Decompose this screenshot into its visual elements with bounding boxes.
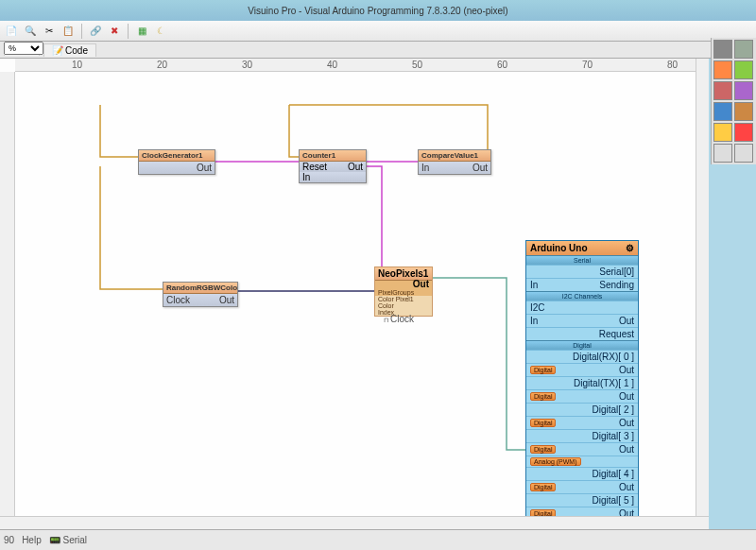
palette-item[interactable]	[713, 144, 732, 163]
row-d0[interactable]: DigitalOut	[526, 363, 638, 376]
node-header: RandomRGBWColor1	[163, 283, 237, 294]
status-coord: 90	[4, 535, 14, 545]
row-digital-rx[interactable]: Digital(RX)[ 0 ]	[526, 350, 638, 363]
node-header: ClockGenerator1	[139, 150, 215, 162]
separator	[128, 24, 129, 39]
tab-code[interactable]: 📝 Code	[43, 43, 96, 57]
code-icon: 📝	[52, 45, 63, 56]
palette-item[interactable]	[713, 81, 732, 100]
palette-item[interactable]	[713, 40, 732, 59]
ruler-horizontal: 10 20 30 40 50 60 70 80	[15, 59, 709, 72]
row-d3b[interactable]: Analog (PWM)	[526, 455, 638, 467]
board-icon[interactable]: ▦	[134, 24, 149, 39]
node-header: NeoPixels1 Out	[375, 267, 432, 281]
app-title: Visuino Pro - Visual Arduino Programming…	[248, 6, 507, 16]
separator	[81, 24, 82, 39]
pin-out[interactable]: Out	[348, 162, 363, 172]
gear-icon[interactable]: ⚙	[626, 243, 634, 253]
link-icon[interactable]: 🔗	[88, 24, 103, 39]
paste-icon[interactable]: 📋	[60, 24, 76, 39]
palette-item[interactable]	[734, 102, 753, 121]
pin-reset[interactable]: Reset	[302, 162, 327, 172]
row-pin4[interactable]: Digital[ 4 ]	[526, 467, 638, 480]
pin-in[interactable]: In	[302, 172, 310, 182]
search-icon[interactable]: 🔍	[23, 24, 38, 39]
moon-icon[interactable]: ☾	[153, 24, 168, 39]
pin-in[interactable]: In	[421, 163, 429, 173]
row-pin3[interactable]: Digital[ 3 ]	[526, 429, 638, 442]
pin-out[interactable]: Out	[197, 163, 212, 173]
node-header: Counter1	[300, 150, 366, 162]
row-d1[interactable]: DigitalOut	[526, 389, 638, 403]
row-in-sending[interactable]: InSending	[526, 278, 638, 291]
row-d4[interactable]: DigitalOut	[526, 480, 638, 493]
pin-out[interactable]: Out	[219, 295, 234, 305]
workspace: 10 20 30 40 50 60 70 80 ClockGenerator1 …	[0, 59, 709, 529]
row-d3a[interactable]: DigitalOut	[526, 442, 638, 455]
palette-item[interactable]	[713, 60, 732, 79]
row-request[interactable]: Request	[526, 327, 638, 340]
zoom-select[interactable]: %	[4, 42, 43, 55]
palette-item[interactable]	[734, 144, 753, 163]
palette-item[interactable]	[713, 123, 732, 142]
section-serial: Serial	[526, 255, 638, 265]
tab-bar: Main 📝 Code	[0, 42, 756, 59]
palette-item[interactable]	[713, 102, 732, 121]
scrollbar-vertical[interactable]	[696, 59, 709, 516]
row-d2[interactable]: DigitalOut	[526, 416, 638, 429]
node-counter[interactable]: Counter1 ResetOut In	[299, 149, 367, 183]
row-colorpixel[interactable]: Color Pixel1	[375, 296, 432, 302]
canvas[interactable]: ClockGenerator1 Out Counter1 ResetOut In…	[15, 72, 709, 529]
cut-icon[interactable]: ✂	[42, 24, 57, 39]
palette-item[interactable]	[734, 81, 753, 100]
row-pin5[interactable]: Digital[ 5 ]	[526, 493, 638, 507]
section-digital: Digital	[526, 340, 638, 350]
statusbar: 90 Help 📟 Serial	[0, 529, 756, 550]
row-serial0[interactable]: Serial[0]	[526, 265, 638, 278]
row-digital-tx[interactable]: Digital(TX)[ 1 ]	[526, 376, 638, 389]
node-header: CompareValue1	[419, 150, 490, 162]
status-help[interactable]: Help	[22, 535, 42, 545]
node-randomrgbwcolor[interactable]: RandomRGBWColor1 ClockOut	[163, 282, 238, 307]
pin-out[interactable]: Out	[413, 279, 429, 289]
delete-icon[interactable]: ✖	[107, 24, 122, 39]
section-i2c: I2C Channels	[526, 291, 638, 301]
scrollbar-horizontal[interactable]	[0, 516, 709, 529]
palette-item[interactable]	[734, 123, 753, 142]
pin-out[interactable]: Out	[472, 163, 488, 173]
titlebar: Visuino Pro - Visual Arduino Programming…	[0, 0, 756, 21]
new-icon[interactable]: 📄	[4, 24, 19, 39]
component-palette	[711, 38, 756, 164]
palette-item[interactable]	[734, 40, 753, 59]
node-arduino[interactable]: Arduino Uno ⚙ Serial Serial[0] InSending…	[525, 240, 639, 529]
row-i2c-out[interactable]: InOut	[526, 314, 638, 327]
main-toolbar: 📄 🔍 ✂ 📋 🔗 ✖ ▦ ☾	[0, 21, 756, 42]
status-serial[interactable]: 📟 Serial	[49, 535, 87, 545]
row-color[interactable]: Color	[375, 302, 432, 309]
arduino-header[interactable]: Arduino Uno ⚙	[526, 241, 638, 255]
zoom-control[interactable]: %	[4, 42, 43, 55]
node-neopixels[interactable]: NeoPixels1 Out PixelGroups Color Pixel1 …	[374, 266, 433, 317]
pin-clock[interactable]: Clock	[166, 295, 190, 305]
ruler-vertical	[0, 72, 15, 529]
palette-item[interactable]	[734, 60, 753, 79]
pin-clock-label: ⊓ Clock	[384, 314, 414, 324]
row-i2c[interactable]: I2C	[526, 301, 638, 314]
row-pin2[interactable]: Digital[ 2 ]	[526, 403, 638, 416]
node-clockgenerator[interactable]: ClockGenerator1 Out	[138, 149, 215, 175]
node-comparevalue[interactable]: CompareValue1 InOut	[418, 149, 491, 175]
